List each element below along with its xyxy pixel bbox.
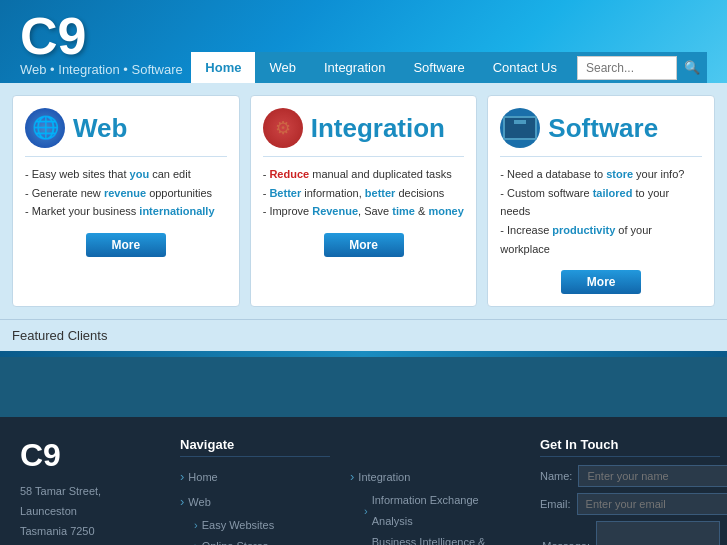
web-card-body: - Easy web sites that you can edit - Gen… [25, 165, 227, 221]
int-bullet-3: - Improve Revenue, Save time & money [263, 202, 465, 221]
software-card-divider [500, 156, 702, 157]
nav-integration[interactable]: Integration [310, 52, 399, 83]
email-label: Email: [540, 498, 571, 510]
footer-nav-list2: Integration Information Exchange Analysi… [350, 465, 520, 545]
message-textarea[interactable] [596, 521, 720, 545]
nav-bar: Home Web Integration Software Contact Us… [191, 52, 707, 83]
footer-nav-web[interactable]: Web [180, 490, 330, 515]
footer-nav2-bir[interactable]: Business Intelligence & Reporting [350, 532, 520, 545]
name-input[interactable] [578, 465, 727, 487]
contact-form: Name: Email: Message: Send [540, 465, 720, 545]
sw-bullet-1: - Need a database to store your info? [500, 165, 702, 184]
software-card-body: - Need a database to store your info? - … [500, 165, 702, 258]
main-content: 🌐 Web - Easy web sites that you can edit… [0, 83, 727, 319]
web-card-header: 🌐 Web [25, 108, 227, 148]
footer-nav-easy-websites[interactable]: Easy Websites [180, 515, 330, 536]
clients-area [0, 357, 727, 417]
name-row: Name: [540, 465, 720, 487]
footer-nav-online-stores[interactable]: Online Stores [180, 536, 330, 545]
web-bullet-1: - Easy web sites that you can edit [25, 165, 227, 184]
footer-nav-title: Navigate [180, 437, 330, 457]
web-icon: 🌐 [25, 108, 65, 148]
logo-text: C9 Web • Integration • Software [20, 10, 183, 83]
tagline: Web • Integration • Software [20, 62, 183, 83]
logo-area: C9 Web • Integration • Software Home Web… [20, 10, 707, 83]
footer-state: Tasmania 7250 [20, 522, 160, 542]
int-bullet-1: - Reduce manual and duplicated tasks [263, 165, 465, 184]
footer-logo: C9 [20, 437, 160, 474]
int-bullet-2: - Better information, better decisions [263, 184, 465, 203]
globe-icon: 🌐 [32, 115, 59, 141]
integration-card-header: ⚙ Integration [263, 108, 465, 148]
integration-card-title: Integration [311, 113, 445, 144]
web-card-title: Web [73, 113, 127, 144]
featured-clients-bar: Featured Clients [0, 319, 727, 351]
software-icon [500, 108, 540, 148]
email-input[interactable] [577, 493, 727, 515]
monitor-icon [503, 116, 537, 140]
software-card-title: Software [548, 113, 658, 144]
footer-nav-list: Home Web Easy Websites Online Stores Int… [180, 465, 330, 545]
search-bar: 🔍 [577, 56, 707, 80]
integration-more-button[interactable]: More [324, 233, 404, 257]
integration-card-body: - Reduce manual and duplicated tasks - B… [263, 165, 465, 221]
header: C9 Web • Integration • Software Home Web… [0, 0, 727, 83]
web-more-button[interactable]: More [86, 233, 166, 257]
email-row: Email: [540, 493, 720, 515]
name-label: Name: [540, 470, 572, 482]
featured-clients-label: Featured Clients [12, 328, 107, 343]
integration-card: ⚙ Integration - Reduce manual and duplic… [250, 95, 478, 307]
search-input[interactable] [577, 56, 677, 80]
puzzle-icon: ⚙ [275, 117, 291, 139]
nav-items: Home Web Integration Software Contact Us [191, 52, 571, 83]
message-row: Message: [540, 521, 720, 545]
nav-software[interactable]: Software [399, 52, 478, 83]
software-card-header: Software [500, 108, 702, 148]
software-card: Software - Need a database to store your… [487, 95, 715, 307]
footer-nav-col: Navigate Home Web Easy Websites Online S… [180, 437, 330, 545]
web-bullet-2: - Generate new revenue opportunities [25, 184, 227, 203]
footer-nav2-integration[interactable]: Integration [350, 465, 520, 490]
logo: C9 [20, 10, 183, 62]
integration-card-divider [263, 156, 465, 157]
sw-bullet-2: - Custom software tailored to your needs [500, 184, 702, 221]
footer-address: 58 Tamar Street, Launceston Tasmania 725… [20, 482, 160, 545]
footer-nav2-iea[interactable]: Information Exchange Analysis [350, 490, 520, 532]
web-bullet-3: - Market your business internationally [25, 202, 227, 221]
integration-icon: ⚙ [263, 108, 303, 148]
footer-nav-col2: Navigate Integration Information Exchang… [350, 437, 520, 545]
footer-street: 58 Tamar Street, Launceston [20, 482, 160, 522]
web-card-divider [25, 156, 227, 157]
nav-contact[interactable]: Contact Us [479, 52, 571, 83]
footer-contact-col: Get In Touch Name: Email: Message: Send [540, 437, 720, 545]
sw-bullet-3: - Increase productivity of your workplac… [500, 221, 702, 258]
footer-logo-col: C9 58 Tamar Street, Launceston Tasmania … [20, 437, 160, 545]
message-label: Message: [540, 540, 590, 545]
footer: C9 58 Tamar Street, Launceston Tasmania … [0, 417, 727, 545]
web-card: 🌐 Web - Easy web sites that you can edit… [12, 95, 240, 307]
search-button[interactable]: 🔍 [677, 56, 707, 79]
footer-contact-title: Get In Touch [540, 437, 720, 457]
footer-nav-home[interactable]: Home [180, 465, 330, 490]
nav-web[interactable]: Web [255, 52, 310, 83]
software-more-button[interactable]: More [561, 270, 641, 294]
nav-home[interactable]: Home [191, 52, 255, 83]
